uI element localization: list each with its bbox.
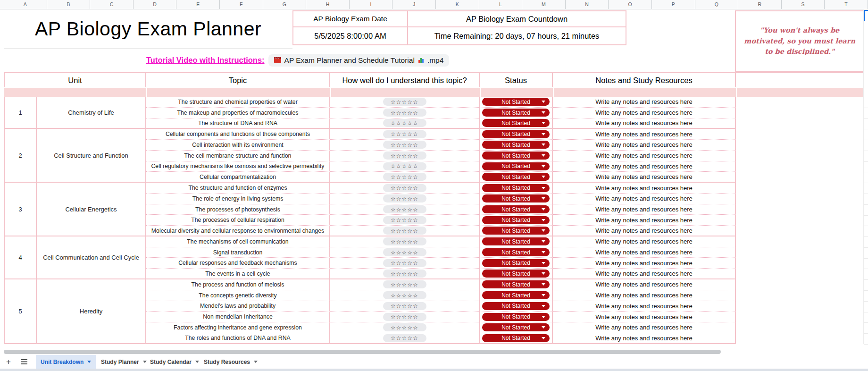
column-header-l[interactable]: L [479,0,523,9]
topic-cell[interactable]: Cellular compartmentalization [146,172,330,183]
star-rating-dropdown[interactable]: ☆☆☆☆☆ [383,237,426,245]
notes-cell[interactable]: Write any notes and resources here [553,312,736,322]
star-rating-dropdown[interactable]: ☆☆☆☆☆ [383,98,426,106]
star-rating-dropdown[interactable]: ☆☆☆☆☆ [383,130,426,138]
status-dropdown[interactable]: Not Started [482,173,550,181]
topic-cell[interactable]: The cell membrane structure and function [146,151,330,161]
column-header-m[interactable]: M [522,0,566,9]
status-dropdown[interactable]: Not Started [482,280,550,288]
topic-cell[interactable]: Cell interaction with its environment [146,140,330,151]
star-rating-dropdown[interactable]: ☆☆☆☆☆ [383,216,426,224]
notes-cell[interactable]: Write any notes and resources here [553,108,736,118]
status-dropdown[interactable]: Not Started [482,119,550,127]
status-dropdown[interactable]: Not Started [482,141,550,149]
notes-cell[interactable]: Write any notes and resources here [553,215,736,226]
topic-cell[interactable]: Cell regulatory mechanisms like osmosis … [146,161,330,172]
column-header-d[interactable]: D [134,0,177,9]
notes-cell[interactable]: Write any notes and resources here [553,236,736,247]
column-header-k[interactable]: K [436,0,479,9]
status-dropdown[interactable]: Not Started [482,152,550,160]
column-header-t[interactable]: T [825,0,868,9]
status-dropdown[interactable]: Not Started [482,302,550,310]
tutorial-video-chip[interactable]: AP Exam Planner and Schedule Tutorial .m… [268,54,450,67]
topic-cell[interactable]: The mechanisms of cell communication [146,236,330,247]
all-sheets-menu-button[interactable] [19,355,29,369]
tutorial-link-label[interactable]: Tutorial Video with Instructions: [146,56,265,65]
star-rating-dropdown[interactable]: ☆☆☆☆☆ [383,270,426,278]
unit-number-cell[interactable]: 5 [4,279,37,344]
notes-cell[interactable]: Write any notes and resources here [553,151,736,161]
status-dropdown[interactable]: Not Started [482,237,550,245]
notes-cell[interactable]: Write any notes and resources here [553,258,736,269]
topic-cell[interactable]: Factors affecting inheritance and gene e… [146,322,330,333]
notes-cell[interactable]: Write any notes and resources here [553,333,736,344]
column-header-j[interactable]: J [392,0,436,9]
notes-cell[interactable]: Write any notes and resources here [553,140,736,151]
unit-name-cell[interactable]: Cell Structure and Function [37,129,146,183]
column-header-r[interactable]: R [738,0,782,9]
topic-cell[interactable]: The events in a cell cycle [146,269,330,279]
status-dropdown[interactable]: Not Started [482,270,550,278]
topic-cell[interactable]: The structure of DNA and RNA [146,118,330,129]
topic-cell[interactable]: The roles and functions of DNA and RNA [146,333,330,344]
star-rating-dropdown[interactable]: ☆☆☆☆☆ [383,313,426,321]
status-dropdown[interactable]: Not Started [482,227,550,235]
sheet-tab-study-resources[interactable]: Study Resources [199,355,262,369]
column-header-b[interactable]: B [47,0,91,9]
topic-cell[interactable]: The makeup and properties of macromolecu… [146,108,330,118]
sheet-tab-unit-breakdown[interactable]: Unit Breakdown [36,355,96,369]
topic-cell[interactable]: Cellular components and functions of tho… [146,129,330,140]
unit-number-cell[interactable]: 3 [4,183,37,236]
notes-cell[interactable]: Write any notes and resources here [553,269,736,279]
notes-cell[interactable]: Write any notes and resources here [553,172,736,183]
star-rating-dropdown[interactable]: ☆☆☆☆☆ [383,280,426,288]
star-rating-dropdown[interactable]: ☆☆☆☆☆ [383,334,426,342]
column-header-c[interactable]: C [90,0,134,9]
notes-cell[interactable]: Write any notes and resources here [553,301,736,312]
star-rating-dropdown[interactable]: ☆☆☆☆☆ [383,302,426,310]
status-dropdown[interactable]: Not Started [482,109,550,117]
star-rating-dropdown[interactable]: ☆☆☆☆☆ [383,227,426,235]
column-header-n[interactable]: N [566,0,609,9]
status-dropdown[interactable]: Not Started [482,162,550,170]
notes-cell[interactable]: Write any notes and resources here [553,279,736,290]
star-rating-dropdown[interactable]: ☆☆☆☆☆ [383,205,426,213]
topic-cell[interactable]: The structure and chemical properties of… [146,97,330,108]
horizontal-scrollbar[interactable] [4,350,721,354]
column-header-s[interactable]: S [782,0,825,9]
star-rating-dropdown[interactable]: ☆☆☆☆☆ [383,259,426,267]
topic-cell[interactable]: The role of energy in living systems [146,194,330,204]
unit-name-cell[interactable]: Chemistry of Life [37,97,146,129]
sheet-tab-study-planner[interactable]: Study Planner [96,355,151,369]
notes-cell[interactable]: Write any notes and resources here [553,204,736,215]
notes-cell[interactable]: Write any notes and resources here [553,161,736,172]
status-dropdown[interactable]: Not Started [482,216,550,224]
unit-name-cell[interactable]: Heredity [37,279,146,344]
notes-cell[interactable]: Write any notes and resources here [553,247,736,258]
notes-cell[interactable]: Write any notes and resources here [553,322,736,333]
status-dropdown[interactable]: Not Started [482,205,550,213]
unit-number-cell[interactable]: 1 [4,97,37,129]
topic-cell[interactable]: The processes of photosynthesis [146,204,330,215]
unit-name-cell[interactable]: Cell Communication and Cell Cycle [37,236,146,279]
add-sheet-button[interactable]: + [4,355,13,369]
notes-cell[interactable]: Write any notes and resources here [553,226,736,236]
column-header-q[interactable]: Q [695,0,739,9]
star-rating-dropdown[interactable]: ☆☆☆☆☆ [383,323,426,331]
column-header-p[interactable]: P [652,0,695,9]
notes-cell[interactable]: Write any notes and resources here [553,97,736,108]
topic-cell[interactable]: The concepts genetic diversity [146,290,330,301]
column-header-g[interactable]: G [263,0,307,9]
topic-cell[interactable]: The process and function of meiosis [146,279,330,290]
star-rating-dropdown[interactable]: ☆☆☆☆☆ [383,141,426,149]
star-rating-dropdown[interactable]: ☆☆☆☆☆ [383,291,426,299]
topic-cell[interactable]: The structure and function of enzymes [146,183,330,194]
topic-cell[interactable]: Signal transduction [146,247,330,258]
notes-cell[interactable]: Write any notes and resources here [553,183,736,194]
topic-cell[interactable]: The processes of cellular respiration [146,215,330,226]
column-header-a[interactable]: A [4,0,47,9]
notes-cell[interactable]: Write any notes and resources here [553,129,736,140]
star-rating-dropdown[interactable]: ☆☆☆☆☆ [383,119,426,127]
star-rating-dropdown[interactable]: ☆☆☆☆☆ [383,194,426,202]
notes-cell[interactable]: Write any notes and resources here [553,194,736,204]
